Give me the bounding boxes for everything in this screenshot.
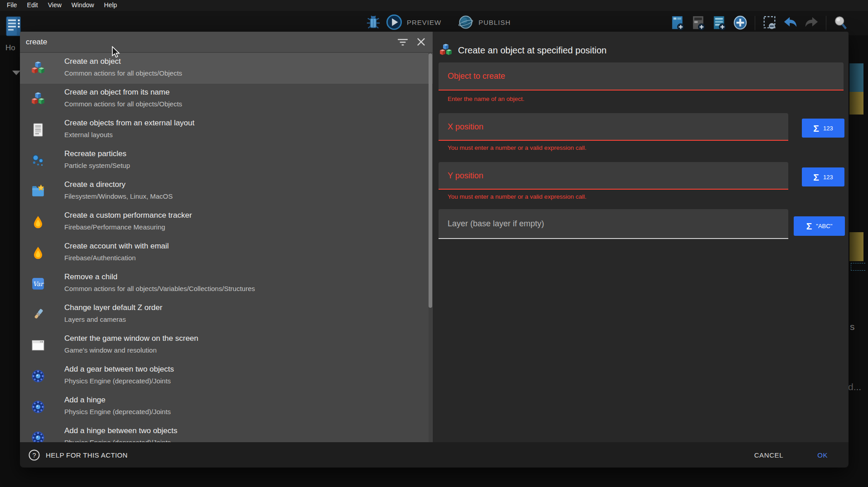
action-item-title: Create a custom performance tracker: [64, 211, 192, 220]
toolbar-center: PREVIEW PUBLISH: [365, 14, 522, 31]
action-item-title: Create objects from an external layout: [64, 119, 194, 128]
ok-button[interactable]: OK: [813, 448, 832, 463]
background-gold-block: [849, 232, 863, 261]
scrollbar-thumb[interactable]: [429, 53, 432, 308]
cubes-icon: [31, 61, 45, 76]
cancel-button[interactable]: CANCEL: [750, 448, 788, 463]
action-item-title: Create an object from its name: [64, 88, 169, 97]
menu-file[interactable]: File: [2, 0, 22, 11]
action-item-title: Center the game window on the screen: [64, 334, 198, 343]
layer-expression-builder-button[interactable]: Σ"ABC": [794, 216, 845, 236]
action-list-item[interactable]: Create a custom performance trackerFireb…: [20, 207, 433, 238]
action-list-item[interactable]: Change layer default Z orderLayers and c…: [20, 299, 433, 330]
project-manager-icon[interactable]: [5, 16, 22, 37]
menu-help[interactable]: Help: [99, 0, 122, 11]
sigma-icon: Σ: [813, 172, 819, 182]
field-helper-text: You must enter a number or a valid expre…: [448, 193, 586, 200]
y-expression-builder-button[interactable]: Σ123: [802, 167, 844, 186]
home-tab-fragment[interactable]: Ho: [5, 43, 15, 53]
var-icon: Var: [31, 277, 45, 291]
background-dashed-selection-fragment: [851, 263, 865, 271]
action-config-panel: Create an object at specified position O…: [433, 32, 849, 442]
action-list-item[interactable]: Add a hinge between two objectsPhysics E…: [20, 422, 433, 442]
action-item-group: Common actions for all objects/Objects: [64, 69, 182, 77]
physics-icon: [31, 369, 45, 383]
firebase-icon: [31, 215, 45, 229]
toolbar-right: [670, 14, 849, 32]
add-external-layout-icon[interactable]: [711, 14, 728, 32]
background-teal-block: [849, 63, 863, 92]
document-icon: [31, 123, 45, 137]
action-item-title: Add a hinge between two objects: [64, 426, 178, 435]
action-list-item[interactable]: Create a directoryFilesystem/Windows, Li…: [20, 176, 433, 207]
menu-view[interactable]: View: [43, 0, 67, 11]
search-input[interactable]: create: [20, 38, 394, 47]
physics-icon: [31, 400, 45, 414]
publish-icon[interactable]: [458, 14, 474, 31]
preview-icon[interactable]: [386, 14, 402, 31]
preview-button[interactable]: PREVIEW: [407, 19, 441, 26]
svg-text:Var: Var: [33, 281, 44, 287]
undo-icon[interactable]: [782, 14, 799, 32]
close-icon[interactable]: [412, 33, 430, 51]
action-item-title: Add a hinge: [64, 396, 106, 405]
action-item-group: Layers and cameras: [64, 315, 126, 323]
window-icon: [31, 338, 45, 353]
cubes-icon: [31, 92, 45, 106]
action-list-item[interactable]: Add a hingePhysics Engine (deprecated)/J…: [20, 392, 433, 422]
field-helper-text: Enter the name of an object.: [448, 95, 525, 102]
action-list-item[interactable]: Var Remove a childCommon actions for all…: [20, 268, 433, 299]
tab-dropdown-caret[interactable]: [12, 71, 20, 75]
menu-window[interactable]: Window: [67, 0, 99, 11]
mouse-cursor: [111, 46, 121, 61]
action-list-item[interactable]: Recreate particlesParticle system/Setup: [20, 145, 433, 176]
add-scene-icon[interactable]: [670, 14, 686, 32]
debug-icon[interactable]: [365, 14, 381, 31]
field-label: Y position: [448, 171, 483, 180]
menu-edit[interactable]: Edit: [22, 0, 43, 11]
action-item-group: Filesystem/Windows, Linux, MacOS: [64, 192, 173, 200]
action-item-title: Create a directory: [64, 180, 125, 189]
action-item-group: Physics Engine (deprecated)/Joints: [64, 377, 171, 385]
background-text-fragment: d...: [848, 382, 861, 392]
add-external-events-icon[interactable]: [690, 14, 707, 32]
x-expression-builder-button[interactable]: Σ123: [802, 119, 844, 138]
gdevelop-window: File Edit View Window Help: [0, 0, 868, 487]
field-label: X position: [448, 122, 483, 131]
search-icon[interactable]: [833, 14, 849, 32]
field-helper-text: You must enter a number or a valid expre…: [448, 144, 586, 151]
action-item-group: Game's window and resolution: [64, 346, 157, 354]
action-list-item[interactable]: Create objects from an external layoutEx…: [20, 115, 433, 145]
background-gold-block: [849, 92, 863, 115]
action-item-title: Recreate particles: [64, 149, 126, 158]
filter-icon[interactable]: [394, 33, 412, 51]
action-item-title: Add a gear between two objects: [64, 365, 174, 374]
create-object-icon: [439, 43, 453, 57]
object-to-create-field[interactable]: Object to create: [439, 62, 844, 91]
svg-text:?: ?: [32, 451, 36, 458]
x-position-field[interactable]: X position: [439, 113, 788, 141]
action-list-item[interactable]: Center the game window on the screenGame…: [20, 330, 433, 361]
sigma-icon: Σ: [813, 124, 819, 133]
action-list-item[interactable]: Add a gear between two objectsPhysics En…: [20, 361, 433, 392]
zorder-icon: [31, 307, 45, 322]
action-list-item[interactable]: Create account with with emailFirebase/A…: [20, 238, 433, 268]
action-list-item[interactable]: Create an objectCommon actions for all o…: [20, 53, 433, 84]
dialog-bottom-bar: ? HELP FOR THIS ACTION CANCEL OK: [20, 442, 849, 468]
background-text-fragment: s: [850, 321, 855, 332]
redo-icon[interactable]: [803, 14, 820, 32]
action-item-group: Physics Engine (deprecated)/Joints: [64, 408, 171, 415]
layer-field[interactable]: Layer (base layer if empty): [439, 209, 788, 239]
add-extension-icon[interactable]: [732, 14, 748, 32]
action-item-group: Firebase/Authentication: [64, 254, 136, 262]
toolbar-separator: [826, 16, 826, 30]
y-position-field[interactable]: Y position: [439, 162, 788, 190]
help-for-this-action-button[interactable]: ? HELP FOR THIS ACTION: [28, 449, 128, 461]
menu-bar: File Edit View Window Help: [0, 0, 868, 11]
publish-button[interactable]: PUBLISH: [478, 19, 511, 26]
firebase-icon: [31, 246, 45, 260]
deprecated-remove-icon[interactable]: [762, 14, 778, 32]
action-item-group: Firebase/Performance Measuring: [64, 223, 165, 231]
field-label: Object to create: [448, 72, 505, 81]
action-list-item[interactable]: Create an object from its nameCommon act…: [20, 84, 433, 115]
